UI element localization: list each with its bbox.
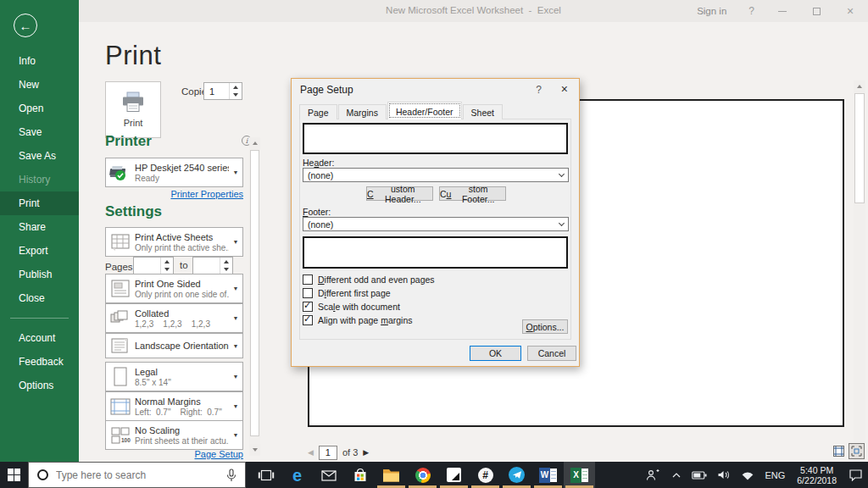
taskbar-edge[interactable]: e — [281, 462, 313, 488]
scaling-selector[interactable]: 100 No Scaling Print sheets at their act… — [105, 420, 243, 450]
taskbar-app-folded-square[interactable] — [438, 462, 470, 488]
checkbox-box[interactable] — [303, 288, 313, 298]
network-indicator[interactable] — [736, 462, 760, 488]
checkbox-scale-with-document[interactable]: Scale with document — [303, 301, 400, 313]
custom-header-button[interactable]: Custom Header... — [366, 186, 433, 201]
restore-button[interactable] — [805, 0, 827, 22]
zoom-to-page-button[interactable] — [849, 443, 865, 459]
next-page-button[interactable]: ▶ — [363, 448, 369, 457]
taskbar-telegram[interactable] — [501, 462, 532, 488]
tab-page[interactable]: Page — [299, 104, 337, 119]
battery-indicator[interactable] — [687, 462, 712, 488]
taskbar-mail[interactable] — [313, 462, 344, 488]
current-page-input[interactable]: 1 — [319, 446, 337, 460]
taskbar-excel[interactable]: X — [564, 462, 595, 488]
chevron-down-icon[interactable] — [554, 224, 568, 225]
sidebar-item-print[interactable]: Print — [0, 191, 79, 215]
scroll-up-button[interactable] — [249, 137, 260, 149]
printer-selector[interactable]: HP Deskjet 2540 series (... Ready ▼ — [105, 158, 243, 187]
sidebar-item-save[interactable]: Save — [0, 120, 79, 144]
cancel-button[interactable]: Cancel — [527, 346, 576, 361]
settings-scrollbar[interactable] — [249, 137, 260, 456]
scroll-up-button[interactable] — [854, 80, 865, 92]
taskbar-search[interactable] — [28, 462, 246, 488]
checkbox-different-odd-even-pages[interactable]: Different odd and even pages — [303, 274, 435, 286]
language-indicator[interactable]: ENG — [760, 462, 790, 488]
footer-dropdown[interactable]: (none) — [303, 217, 569, 231]
close-button[interactable]: × — [839, 0, 861, 22]
margins-selector[interactable]: Normal Margins Left: 0.7" Right: 0.7" ▼ — [105, 391, 243, 421]
checkbox-different-first-page[interactable]: Different first page — [303, 287, 391, 299]
scroll-down-button[interactable] — [249, 444, 260, 456]
pages-to-increment[interactable] — [220, 258, 232, 266]
minimize-button[interactable] — [771, 0, 793, 22]
search-input[interactable] — [56, 469, 225, 481]
previous-page-button[interactable]: ◀ — [308, 448, 314, 457]
microphone-icon[interactable] — [225, 469, 237, 482]
volume-indicator[interactable] — [712, 462, 736, 488]
pages-from-decrement[interactable] — [161, 266, 173, 274]
people-button[interactable] — [641, 462, 666, 488]
taskbar-file-explorer[interactable] — [376, 462, 407, 488]
task-view-button[interactable] — [250, 462, 281, 488]
page-setup-link[interactable]: Page Setup — [195, 449, 244, 459]
taskbar-app-hash[interactable]: # — [470, 462, 501, 488]
pages-to-stepper[interactable] — [192, 257, 233, 274]
sidebar-item-open[interactable]: Open — [0, 97, 79, 120]
print-button[interactable]: Print — [105, 81, 161, 138]
orientation-selector[interactable]: Landscape Orientation ▼ — [105, 333, 243, 358]
dialog-help-button[interactable]: ? — [536, 84, 542, 96]
copies-increment-button[interactable] — [230, 83, 242, 92]
custom-footer-button[interactable]: Custom Footer... — [439, 186, 506, 201]
sidebar-item-new[interactable]: New — [0, 73, 79, 97]
sidebar-item-save-as[interactable]: Save As — [0, 144, 79, 168]
start-button[interactable] — [0, 462, 28, 488]
copies-stepper[interactable]: 1 — [203, 82, 242, 100]
duplex-selector[interactable]: Print One Sided Only print on one side o… — [105, 274, 243, 303]
sidebar-item-share[interactable]: Share — [0, 215, 79, 239]
sidebar-item-account[interactable]: Account — [0, 326, 79, 350]
checkbox-box[interactable] — [303, 315, 313, 325]
pages-from-increment[interactable] — [161, 258, 173, 266]
sidebar-item-close[interactable]: Close — [0, 286, 79, 310]
header-dropdown[interactable]: (none) — [303, 168, 569, 182]
sidebar-item-info[interactable]: Info — [0, 49, 79, 73]
paper-size-selector[interactable]: Legal 8.5" x 14" ▼ — [105, 362, 243, 391]
help-button[interactable]: ? — [743, 5, 760, 17]
sidebar-item-feedback[interactable]: Feedback — [0, 350, 79, 374]
pages-to-decrement[interactable] — [220, 266, 232, 274]
preview-scrollbar[interactable] — [854, 80, 865, 470]
checkbox-box[interactable] — [303, 274, 313, 285]
ok-button[interactable]: OK — [470, 346, 521, 361]
tab-margins[interactable]: Margins — [338, 104, 387, 119]
taskbar-store[interactable] — [344, 462, 376, 488]
tray-overflow-button[interactable] — [666, 462, 687, 488]
checkbox-box[interactable] — [303, 302, 313, 312]
back-button[interactable]: ← — [14, 14, 37, 37]
chevron-down-icon[interactable] — [554, 175, 568, 176]
collation-selector[interactable]: Collated 1,2,3 1,2,3 1,2,3 ▼ — [105, 303, 243, 333]
scrollbar-thumb[interactable] — [250, 150, 259, 436]
taskbar-chrome[interactable] — [407, 462, 438, 488]
copies-decrement-button[interactable] — [230, 92, 242, 100]
scrollbar-thumb[interactable] — [854, 93, 865, 203]
tab-sheet[interactable]: Sheet — [463, 104, 503, 119]
copies-value[interactable]: 1 — [204, 83, 229, 99]
print-what-selector[interactable]: Print Active Sheets Only print the activ… — [105, 227, 243, 257]
pages-from-value[interactable] — [134, 258, 160, 274]
pages-to-value[interactable] — [193, 258, 220, 274]
printer-properties-link[interactable]: Printer Properties — [170, 189, 243, 199]
show-margins-button[interactable] — [832, 445, 845, 458]
sidebar-item-publish[interactable]: Publish — [0, 263, 79, 286]
sidebar-item-export[interactable]: Export — [0, 239, 79, 263]
sidebar-item-options[interactable]: Options — [0, 374, 79, 397]
tab-header-footer[interactable]: Header/Footer — [387, 102, 462, 119]
taskbar-word[interactable]: W — [532, 462, 564, 488]
action-center-button[interactable] — [843, 462, 868, 488]
dialog-close-button[interactable]: × — [561, 82, 568, 96]
checkbox-align-with-page-margins[interactable]: Align with page margins — [303, 314, 413, 326]
sign-in-button[interactable]: Sign in — [692, 6, 732, 16]
options-button[interactable]: Options... — [522, 319, 568, 334]
clock[interactable]: 5:40 PM 6/22/2018 — [790, 465, 843, 485]
pages-from-stepper[interactable] — [133, 257, 174, 274]
